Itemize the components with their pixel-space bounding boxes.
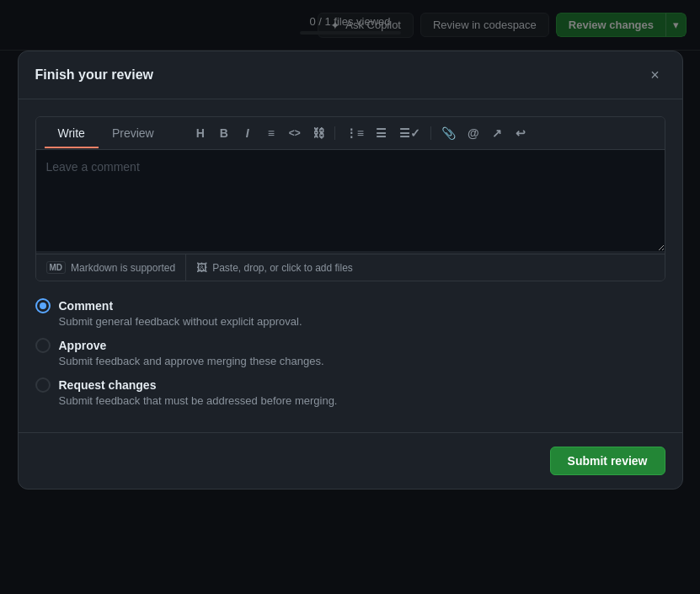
editor-tabs: Write Preview bbox=[45, 120, 168, 147]
review-option-request-changes: Request changes Submit feedback that mus… bbox=[35, 377, 665, 407]
link-button[interactable]: ⛓ bbox=[307, 122, 329, 144]
at-icon: @ bbox=[468, 126, 479, 140]
review-option-comment: Comment Submit general feedback without … bbox=[35, 298, 665, 328]
editor-wrapper: Write Preview H B I bbox=[35, 116, 665, 281]
bold-icon: B bbox=[220, 126, 228, 140]
close-dialog-button[interactable]: × bbox=[645, 65, 665, 85]
undo-button[interactable]: ↩ bbox=[510, 122, 532, 144]
task-list-button[interactable]: ☰✓ bbox=[394, 122, 425, 144]
comment-label[interactable]: Comment bbox=[59, 299, 114, 313]
markdown-hint: MD Markdown is supported bbox=[36, 254, 187, 281]
undo-icon: ↩ bbox=[516, 126, 526, 140]
submit-review-button[interactable]: Submit review bbox=[550, 447, 665, 475]
dialog-title: Finish your review bbox=[35, 67, 153, 83]
toolbar-divider-1 bbox=[334, 126, 335, 140]
dialog-body: Write Preview H B I bbox=[19, 99, 682, 424]
close-icon: × bbox=[650, 67, 660, 84]
code-button[interactable]: <> bbox=[284, 122, 306, 144]
ordered-list-button[interactable]: ⋮≡ bbox=[340, 122, 369, 144]
request-changes-description: Submit feedback that must be addressed b… bbox=[59, 394, 665, 407]
quote-button[interactable]: ≡ bbox=[260, 122, 282, 144]
comment-description: Submit general feedback without explicit… bbox=[59, 315, 665, 328]
bold-button[interactable]: B bbox=[213, 122, 235, 144]
attach-label: Paste, drop, or click to add files bbox=[212, 262, 353, 274]
editor-footer: MD Markdown is supported 🖼 Paste, drop, … bbox=[36, 254, 665, 281]
submit-review-label: Submit review bbox=[568, 454, 648, 468]
markdown-label: Markdown is supported bbox=[71, 262, 175, 274]
review-option-approve: Approve Submit feedback and approve merg… bbox=[35, 338, 665, 367]
review-options: Comment Submit general feedback without … bbox=[35, 298, 665, 407]
image-icon: 🖼 bbox=[196, 261, 207, 274]
radio-approve[interactable] bbox=[35, 338, 51, 353]
comment-textarea[interactable] bbox=[36, 150, 665, 251]
toolbar-divider-2 bbox=[430, 126, 431, 140]
reference-icon: ↗ bbox=[492, 126, 502, 140]
editor-toolbar: H B I ≡ <> bbox=[181, 117, 656, 149]
reference-button[interactable]: ↗ bbox=[486, 122, 508, 144]
unordered-list-icon: ☰ bbox=[376, 126, 387, 140]
request-changes-label[interactable]: Request changes bbox=[59, 378, 157, 392]
radio-request-changes[interactable] bbox=[35, 377, 51, 393]
ordered-list-icon: ⋮≡ bbox=[345, 126, 364, 140]
dialog-header: Finish your review × bbox=[19, 51, 682, 99]
markdown-icon: MD bbox=[46, 261, 67, 274]
tab-write[interactable]: Write bbox=[45, 120, 99, 148]
quote-icon: ≡ bbox=[268, 126, 275, 140]
attach-button[interactable]: 📎 bbox=[436, 122, 461, 144]
italic-button[interactable]: I bbox=[237, 122, 259, 144]
approve-label[interactable]: Approve bbox=[59, 339, 107, 352]
radio-comment[interactable] bbox=[35, 298, 51, 313]
unordered-list-button[interactable]: ☰ bbox=[371, 122, 393, 144]
heading-icon: H bbox=[196, 126, 205, 140]
dialog-overlay: Finish your review × Write Preview bbox=[0, 0, 700, 594]
tab-preview[interactable]: Preview bbox=[99, 120, 168, 148]
mention-button[interactable]: @ bbox=[462, 122, 484, 144]
finish-review-dialog: Finish your review × Write Preview bbox=[18, 51, 683, 490]
link-icon: ⛓ bbox=[313, 126, 324, 140]
dialog-footer: Submit review bbox=[19, 432, 682, 489]
approve-description: Submit feedback and approve merging thes… bbox=[59, 355, 665, 367]
attach-hint[interactable]: 🖼 Paste, drop, or click to add files bbox=[186, 254, 363, 281]
heading-button[interactable]: H bbox=[190, 122, 211, 144]
task-list-icon: ☰✓ bbox=[399, 126, 420, 140]
italic-icon: I bbox=[246, 126, 249, 140]
code-icon: <> bbox=[289, 127, 301, 139]
paperclip-icon: 📎 bbox=[441, 126, 456, 140]
